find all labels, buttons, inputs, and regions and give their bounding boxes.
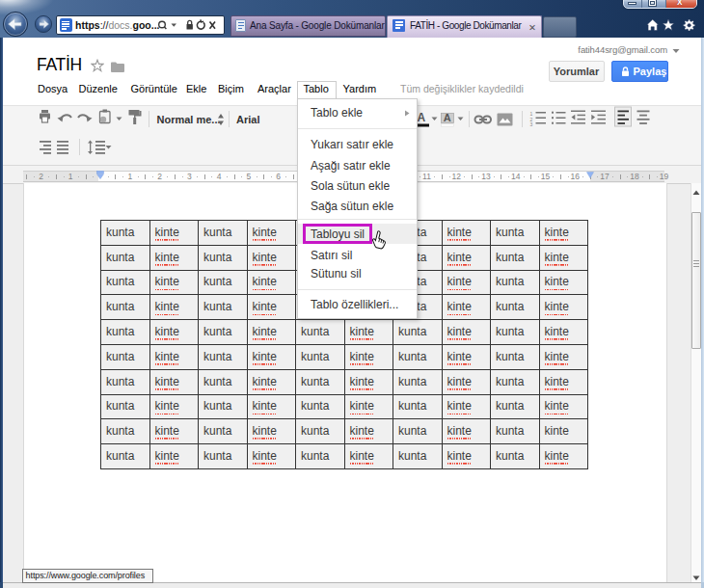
svg-text:3: 3 bbox=[530, 121, 533, 127]
svg-text:A: A bbox=[418, 111, 426, 124]
svg-text:A: A bbox=[444, 112, 451, 123]
